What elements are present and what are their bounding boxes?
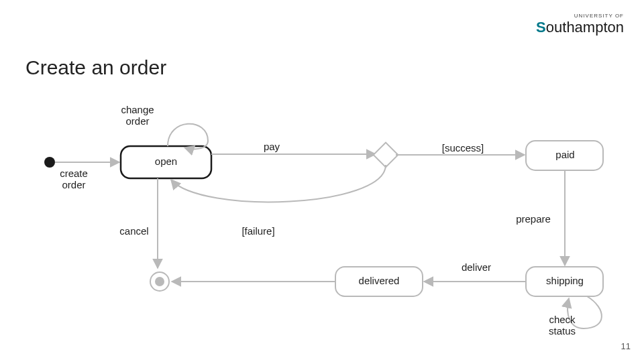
label-prepare: prepare [510, 213, 557, 225]
label-create-order: create order [54, 168, 94, 191]
label-pay: pay [255, 141, 288, 152]
decision-pay-outcome [374, 143, 398, 168]
label-check-status: check status [542, 314, 582, 337]
label-cancel: cancel [114, 225, 154, 237]
label-deliver: deliver [456, 261, 496, 273]
label-success: [success] [436, 142, 490, 154]
initial-node [44, 157, 55, 168]
label-state-paid: paid [537, 149, 594, 160]
final-node-inner [155, 277, 164, 286]
edge-change-order [168, 124, 208, 149]
label-failure: [failure] [235, 225, 282, 237]
label-state-shipping: shipping [534, 275, 596, 286]
state-diagram [0, 0, 644, 362]
label-state-open: open [134, 156, 198, 167]
label-state-delivered: delivered [343, 275, 415, 286]
label-change-order: change order [114, 104, 161, 127]
